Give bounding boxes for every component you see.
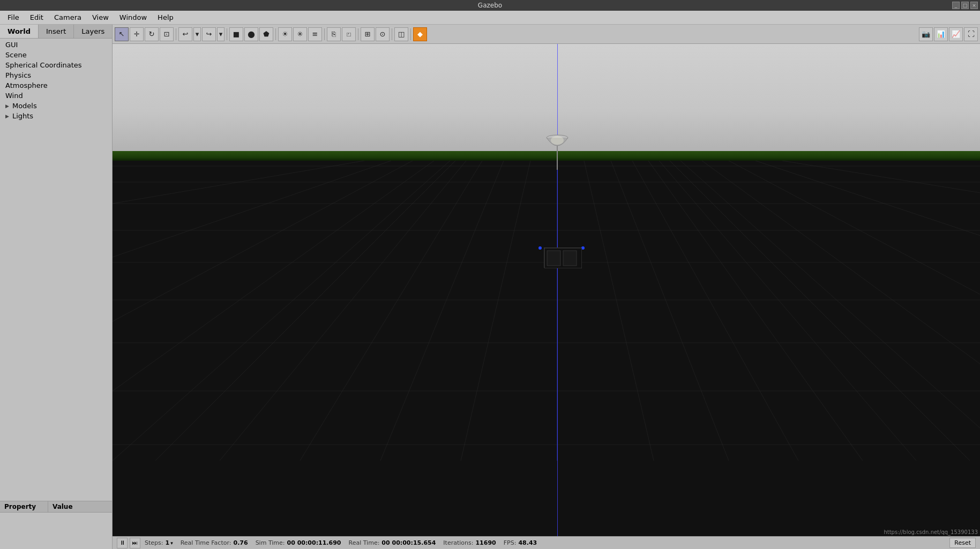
scale-btn[interactable]: ⊡ xyxy=(160,27,174,41)
translate-btn[interactable]: ✛ xyxy=(130,27,144,41)
sim-time-value: 00 00:00:11.690 xyxy=(287,539,341,546)
menu-bar: File Edit Camera View Window Help xyxy=(0,11,980,25)
paste-btn[interactable]: ⏍ xyxy=(342,27,356,41)
title-bar-controls: _ □ × xyxy=(952,2,978,9)
grid-canvas xyxy=(113,161,980,536)
steps-value: 1 xyxy=(165,539,169,546)
sphere-btn[interactable]: ● xyxy=(244,27,258,41)
left-tabs: World Insert Layers xyxy=(0,25,112,39)
wire-btn[interactable]: ◫ xyxy=(394,27,408,41)
sim-time-label: Sim Time: xyxy=(256,539,285,546)
log-btn[interactable]: 📊 xyxy=(934,27,948,41)
svg-line-25 xyxy=(729,161,980,295)
point-light-btn[interactable]: ☀ xyxy=(278,27,292,41)
real-time-factor-value: 0.76 xyxy=(233,539,248,546)
svg-line-19 xyxy=(632,161,798,461)
crosshair-vertical xyxy=(557,44,558,536)
svg-line-21 xyxy=(659,161,916,461)
fps-label: FPS: xyxy=(504,539,517,546)
step-arrow[interactable]: ▾ xyxy=(170,540,173,546)
step-btn[interactable]: ⏭ xyxy=(130,538,140,548)
robot-object[interactable] xyxy=(538,237,584,269)
snap-btn[interactable]: ⊙ xyxy=(376,27,390,41)
menu-view[interactable]: View xyxy=(87,12,114,23)
status-bar: ⏸ ⏭ Steps: 1 ▾ Real Time Factor: 0.76 Si… xyxy=(113,536,980,549)
svg-line-17 xyxy=(584,161,654,461)
sep6 xyxy=(392,28,392,40)
expand-btn[interactable]: ⛶ xyxy=(964,27,978,41)
redo-dropdown-btn[interactable]: ▾ xyxy=(217,27,225,41)
align-btn[interactable]: ⊞ xyxy=(361,27,375,41)
svg-line-10 xyxy=(113,161,450,461)
undo-btn[interactable]: ↩ xyxy=(178,27,192,41)
menu-camera[interactable]: Camera xyxy=(49,12,87,23)
sep1 xyxy=(176,28,176,40)
select-btn[interactable]: ↖ xyxy=(115,27,129,41)
menu-file[interactable]: File xyxy=(2,12,25,23)
box-btn[interactable]: ■ xyxy=(229,27,243,41)
svg-line-14 xyxy=(380,161,504,461)
svg-line-13 xyxy=(300,161,482,461)
dir-light-btn[interactable]: ≡ xyxy=(308,27,322,41)
sep3 xyxy=(275,28,276,40)
svg-line-23 xyxy=(680,161,980,428)
property-panel: Property Value xyxy=(0,501,112,549)
menu-help[interactable]: Help xyxy=(152,12,179,23)
tree-item-scene[interactable]: Scene xyxy=(0,50,112,60)
plot-btn[interactable]: 📈 xyxy=(949,27,963,41)
toolbar: ↖ ✛ ↻ ⊡ ↩ ▾ ↪ ▾ ■ ● ⬟ ☀ ✳ ≡ ⎘ ⏍ xyxy=(113,25,980,44)
svg-line-15 xyxy=(461,161,530,461)
maximize-btn[interactable]: □ xyxy=(961,2,969,9)
menu-window[interactable]: Window xyxy=(114,12,152,23)
menu-edit[interactable]: Edit xyxy=(25,12,49,23)
viewport-3d[interactable]: https://blog.csdn.net/qq_15390133 xyxy=(113,44,980,536)
svg-line-20 xyxy=(648,161,863,461)
tree-item-lights[interactable]: Lights xyxy=(0,111,112,121)
undo-dropdown-btn[interactable]: ▾ xyxy=(193,27,201,41)
real-time-factor-label: Real Time Factor: xyxy=(181,539,231,546)
reset-btn[interactable]: Reset xyxy=(949,538,976,548)
tree-item-models[interactable]: Models xyxy=(0,101,112,111)
svg-rect-37 xyxy=(563,251,577,266)
property-header: Property Value xyxy=(0,501,112,513)
close-btn[interactable]: × xyxy=(970,2,978,9)
left-panel: World Insert Layers GUI Scene Spherical … xyxy=(0,25,113,549)
lamp-object[interactable] xyxy=(541,127,573,171)
tree-item-physics[interactable]: Physics xyxy=(0,70,112,80)
watermark: https://blog.csdn.net/qq_15390133 xyxy=(884,529,978,535)
svg-line-27 xyxy=(782,161,980,193)
value-col-label: Value xyxy=(48,501,77,512)
sep4 xyxy=(324,28,325,40)
svg-line-18 xyxy=(611,161,729,461)
tree-item-spherical[interactable]: Spherical Coordinates xyxy=(0,60,112,70)
active-tool-btn[interactable]: ◆ xyxy=(413,27,427,41)
sep7 xyxy=(410,28,411,40)
iterations-label: Iterations: xyxy=(443,539,473,546)
tree-item-gui[interactable]: GUI xyxy=(0,40,112,50)
svg-line-12 xyxy=(220,161,466,461)
tab-insert[interactable]: Insert xyxy=(39,25,74,38)
tree-panel: GUI Scene Spherical Coordinates Physics … xyxy=(0,39,112,501)
copy-btn[interactable]: ⎘ xyxy=(327,27,341,41)
real-time-value: 00 00:00:15.654 xyxy=(381,539,436,546)
tab-layers[interactable]: Layers xyxy=(74,25,113,38)
fps-value: 48.43 xyxy=(518,539,537,546)
svg-line-22 xyxy=(670,161,970,461)
property-col-label: Property xyxy=(0,501,48,512)
spot-light-btn[interactable]: ✳ xyxy=(293,27,307,41)
pause-btn[interactable]: ⏸ xyxy=(117,538,128,548)
rotate-btn[interactable]: ↻ xyxy=(145,27,159,41)
tab-world[interactable]: World xyxy=(0,25,39,38)
tree-item-atmosphere[interactable]: Atmosphere xyxy=(0,80,112,91)
sep5 xyxy=(358,28,358,40)
svg-rect-36 xyxy=(547,251,560,266)
redo-btn[interactable]: ↪ xyxy=(202,27,216,41)
minimize-btn[interactable]: _ xyxy=(952,2,960,9)
sep2 xyxy=(227,28,227,40)
svg-line-29 xyxy=(113,161,413,321)
screenshot-btn[interactable]: 📷 xyxy=(919,27,933,41)
iterations-value: 11690 xyxy=(475,539,496,546)
tree-item-wind[interactable]: Wind xyxy=(0,91,112,101)
cylinder-btn[interactable]: ⬟ xyxy=(259,27,273,41)
title-bar: Gazebo _ □ × xyxy=(0,0,980,11)
